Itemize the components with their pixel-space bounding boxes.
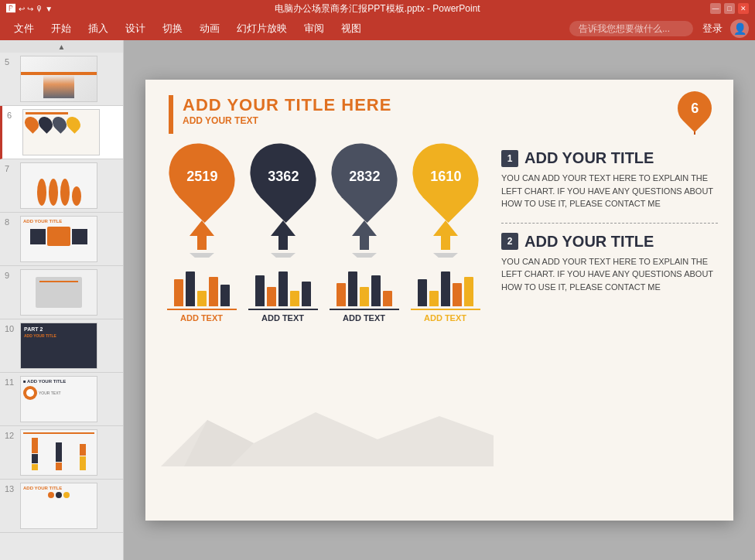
slide-num-11: 11	[5, 376, 17, 387]
block-num-1: 1	[501, 150, 518, 167]
droplet-shape-4: 1610	[398, 130, 491, 223]
arrows-row	[161, 219, 486, 258]
slide-img-9	[20, 269, 97, 316]
login-button[interactable]: 登录	[702, 22, 723, 36]
pin-number: 6	[691, 101, 699, 117]
menu-file[interactable]: 文件	[6, 19, 42, 39]
block-title-2: ADD YOUR TITLE	[524, 233, 654, 251]
right-block-header-2: 2 ADD YOUR TITLE	[501, 233, 718, 251]
slide-main-title: ADD YOUR TITLE HERE	[183, 95, 391, 115]
barchart-divider-1	[167, 309, 237, 310]
bar	[278, 271, 288, 306]
barchart-bars-2	[255, 264, 311, 306]
barchart-divider-3	[330, 309, 399, 310]
slide-thumb-5[interactable]: 5	[0, 53, 123, 106]
slide-num-5: 5	[5, 56, 17, 67]
svg-marker-8	[433, 220, 458, 250]
bar	[209, 277, 218, 306]
menu-home[interactable]: 开始	[43, 19, 79, 39]
menu-insert[interactable]: 插入	[80, 19, 116, 39]
slide-img-5	[20, 56, 97, 102]
barcharts-row: ADD TEXT ADD TEX	[161, 264, 486, 323]
droplets-row: 2519 3362 2832	[161, 142, 486, 211]
droplet-2: 3362	[246, 142, 319, 211]
title-accent-bar	[169, 95, 173, 134]
slide-img-6	[22, 109, 100, 155]
arrow-2	[246, 219, 319, 258]
menu-animation[interactable]: 动画	[192, 19, 227, 39]
droplet-value-4: 1610	[429, 169, 460, 185]
bar	[371, 275, 381, 306]
bar	[464, 277, 473, 306]
arrow-up-2	[268, 219, 299, 258]
svg-marker-9	[433, 253, 458, 258]
right-block-header-1: 1 ADD YOUR TITLE	[501, 149, 718, 167]
block-body-1: YOU CAN ADD YOUR TEXT HERE TO EXPLAIN TH…	[501, 172, 718, 210]
menu-bar: 文件 开始 插入 设计 切换 动画 幻灯片放映 审阅 视图 登录 👤	[0, 17, 755, 40]
svg-marker-3	[190, 253, 214, 258]
barchart-divider-4	[411, 309, 480, 310]
slide-num-8: 8	[5, 216, 17, 227]
bar	[441, 271, 450, 306]
slide-thumb-9[interactable]: 9	[0, 266, 123, 319]
scroll-up[interactable]: ▲	[0, 40, 123, 53]
svg-marker-5	[271, 253, 296, 258]
bar	[220, 285, 230, 306]
bar	[186, 271, 195, 306]
pin-circle: 6	[671, 84, 719, 132]
slide-img-10: PART 2 ADD YOUR TITLE	[20, 323, 97, 369]
block-divider	[501, 223, 718, 224]
right-section: 1 ADD YOUR TITLE YOU CAN ADD YOUR TEXT H…	[501, 142, 718, 323]
bar	[348, 271, 357, 306]
barchart-1: ADD TEXT	[165, 264, 238, 323]
menu-slideshow[interactable]: 幻灯片放映	[229, 19, 295, 39]
arrow-up-1	[186, 219, 217, 258]
slide-num-7: 7	[5, 162, 17, 173]
bar	[429, 291, 439, 306]
avatar[interactable]: 👤	[730, 19, 749, 38]
slide-num-13: 13	[5, 483, 17, 493]
droplet-shape-1: 2519	[155, 130, 248, 223]
slide-img-7	[20, 162, 97, 209]
menu-review[interactable]: 审阅	[296, 19, 332, 39]
menu-transition[interactable]: 切换	[155, 19, 190, 39]
app-logo: 🅿 ↩ ↪ 🎙 ▼	[6, 3, 53, 14]
slide-canvas: ADD YOUR TITLE HERE ADD YOUR TEXT 6	[145, 80, 733, 521]
minimize-btn[interactable]: —	[710, 3, 721, 14]
window-title: 电脑办公场景商务汇报PPT模板.pptx - PowerPoint	[275, 2, 480, 15]
pin-badge: 6	[675, 91, 714, 138]
barchart-2: ADD TEXT	[246, 264, 319, 323]
arrow-up-4	[430, 219, 461, 258]
slide-num-10: 10	[5, 323, 17, 333]
bar	[418, 279, 427, 306]
slide-img-8: ADD YOUR TITLE	[20, 216, 97, 262]
slide-num-6: 6	[7, 109, 19, 120]
maximize-btn[interactable]: □	[724, 3, 735, 14]
slide-thumb-13[interactable]: 13 ADD YOUR TITLE	[0, 480, 123, 533]
bar	[174, 279, 183, 306]
slide-img-11: ■ ADD YOUR TITLE YOUR TEXT	[20, 376, 97, 422]
slide-thumb-12[interactable]: 12	[0, 426, 123, 480]
title-bar: 🅿 ↩ ↪ 🎙 ▼ 电脑办公场景商务汇报PPT模板.pptx - PowerPo…	[0, 0, 755, 17]
menu-view[interactable]: 视图	[333, 19, 369, 39]
slide-thumb-10[interactable]: 10 PART 2 ADD YOUR TITLE	[0, 319, 123, 373]
mountain-bg-svg	[161, 405, 494, 466]
bar	[290, 291, 299, 306]
slide-header: ADD YOUR TITLE HERE ADD YOUR TEXT	[145, 80, 733, 142]
left-section: 2519 3362 2832	[161, 142, 486, 323]
search-input[interactable]	[569, 21, 693, 36]
barchart-label-3: ADD TEXT	[343, 313, 385, 323]
slide-img-12	[20, 429, 97, 476]
slide-thumb-7[interactable]: 7	[0, 159, 123, 213]
right-block-2: 2 ADD YOUR TITLE YOU CAN ADD YOUR TEXT H…	[501, 233, 718, 294]
close-btn[interactable]: ✕	[738, 3, 749, 14]
slide-img-13: ADD YOUR TITLE	[20, 483, 97, 529]
slide-thumb-11[interactable]: 11 ■ ADD YOUR TITLE YOUR TEXT	[0, 373, 123, 426]
svg-marker-7	[352, 253, 377, 258]
window-controls[interactable]: — □ ✕	[710, 3, 749, 14]
slide-subtitle: ADD YOUR TEXT	[183, 115, 391, 126]
barchart-bars-1	[174, 264, 230, 306]
slide-thumb-6[interactable]: 6	[0, 106, 123, 159]
slide-thumb-8[interactable]: 8 ADD YOUR TITLE	[0, 213, 123, 266]
menu-design[interactable]: 设计	[118, 19, 153, 39]
